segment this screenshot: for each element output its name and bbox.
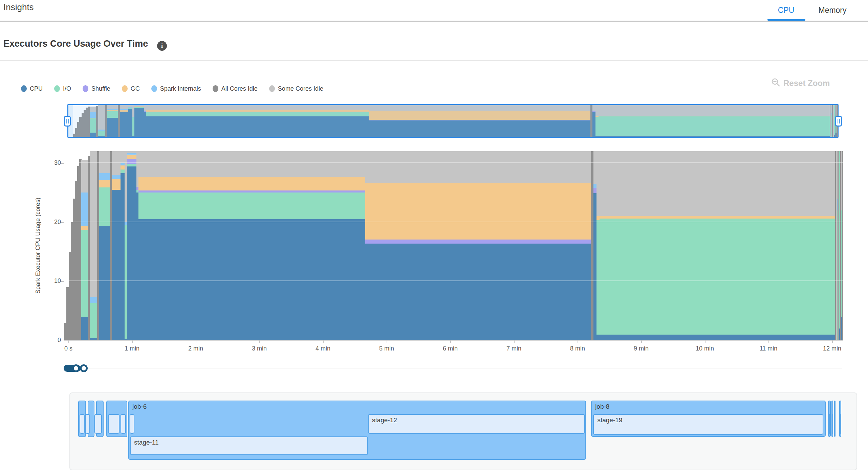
gridline-20 [64,222,843,222]
legend-label: I/O [63,85,71,92]
x-tick-mark [68,340,69,343]
brush-handle-left[interactable] [64,116,71,127]
y-tick-mark [61,222,64,223]
legend-item-internals[interactable]: Spark Internals [151,85,201,92]
chart-segment [127,151,137,340]
x-tick-label: 2 min [188,345,203,352]
legend-item-gc[interactable]: GC [122,85,140,92]
gridline-10 [64,280,843,281]
gantt-stage-bar[interactable] [108,414,120,434]
info-icon[interactable]: i [157,41,167,51]
page-title: Insights [3,2,34,13]
y-axis-title: Spark Executor CPU Usage (cores) [32,151,44,340]
legend-item-cpu[interactable]: CPU [21,85,43,92]
gantt-stage-bar[interactable] [829,414,830,434]
cpu-usage-area-chart[interactable] [64,151,843,340]
legend-item-idle_all[interactable]: All Cores Idle [213,85,258,92]
x-tick-mark [387,340,387,343]
gc-legend-dot-icon [122,85,128,92]
x-tick-mark [514,340,515,343]
x-tick-mark [196,340,196,343]
tab-memory[interactable]: Memory [812,3,853,18]
gantt-stage-bar-stage-11[interactable]: stage-11 [130,436,368,455]
active-tab-underline [767,19,805,21]
legend-item-shuffle[interactable]: Shuffle [83,85,110,92]
gantt-stage-bar[interactable] [85,414,90,434]
gantt-stage-bar[interactable] [130,414,134,434]
x-tick-label: 1 min [125,345,139,352]
legend-label: All Cores Idle [221,85,258,92]
y-tick-mark [61,281,64,282]
zoom-out-icon [771,78,780,88]
x-tick-label: 4 min [316,345,330,352]
x-tick-mark [578,340,578,343]
job-stage-timeline: job-6job-8stage-11stage-12stage-19 [69,392,857,470]
y-tick-label: 10 [43,277,61,285]
bar-label: stage-19 [594,415,823,424]
section-divider [0,60,868,61]
legend-label: CPU [30,85,43,92]
x-tick-mark [259,340,260,343]
range-slider-handle-right[interactable] [80,364,88,372]
minimap-selection-tint [68,105,838,137]
y-tick-mark [61,340,64,340]
x-tick-label: 8 min [570,345,585,352]
gantt-stage-bar[interactable] [832,414,833,434]
legend-item-idle_some[interactable]: Some Cores Idle [269,85,323,92]
y-tick-label: 20 [43,219,61,226]
x-tick-mark [641,340,642,343]
reset-zoom-label: Reset Zoom [783,78,830,88]
gantt-job-bar[interactable] [834,401,836,437]
bar-label: job-6 [129,401,585,410]
bar-label: job-8 [592,401,825,410]
io-legend-dot-icon [54,85,60,92]
legend-label: GC [131,85,140,92]
chart-segment [90,151,97,340]
gantt-stage-bar[interactable] [94,414,102,434]
x-tick-label: 5 min [379,345,394,352]
chart-segment [138,151,366,340]
gantt-stage-bar-stage-12[interactable]: stage-12 [368,414,585,434]
x-tick-label: 11 min [760,345,778,352]
chart-segment [99,151,110,340]
x-tick-label: 12 min [823,345,841,352]
x-axis-labels: 0 s1 min2 min3 min4 min5 min6 min7 min8 … [64,340,846,356]
gantt-stage-bar[interactable] [80,414,85,434]
legend-item-io[interactable]: I/O [54,85,71,92]
chart-segment [112,151,121,340]
shuffle-legend-dot-icon [83,85,88,92]
gantt-stage-bar[interactable] [121,414,126,434]
bar-label: stage-11 [131,437,367,446]
x-tick-mark [768,340,769,343]
x-tick-mark [132,340,133,343]
gantt-stage-bar[interactable] [840,414,841,434]
chart-segment [600,151,835,340]
gridline-30 [64,162,843,163]
brush-handle-right[interactable] [835,116,842,127]
y-axis-labels: 0102030 [43,151,61,340]
range-slider-handle-left[interactable] [72,364,80,372]
legend-label: Some Cores Idle [278,85,323,92]
chart-minimap-brush[interactable] [67,104,839,138]
section-title: Executors Core Usage Over Time [3,39,148,49]
x-tick-label: 0 s [64,345,72,352]
x-tick-mark [323,340,324,343]
gantt-stage-bar-stage-19[interactable]: stage-19 [593,414,823,435]
y-tick-label: 30 [43,159,61,166]
x-tick-label: 9 min [634,345,649,352]
cpu-legend-dot-icon [21,85,27,92]
header-divider [0,21,868,22]
legend-label: Shuffle [91,85,110,92]
insights-page: Insights CPU Memory Executors Core Usage… [0,0,868,475]
y-tick-mark [61,163,64,164]
tab-cpu[interactable]: CPU [768,3,804,18]
chart-segment [842,151,843,340]
reset-zoom-button[interactable]: Reset Zoom [771,78,830,88]
range-slider-track[interactable] [88,368,842,368]
x-tick-label: 7 min [506,345,521,352]
x-tick-label: 3 min [252,345,267,352]
y-axis-ticks [61,151,64,340]
chart-segment [81,151,88,340]
x-tick-mark [450,340,451,343]
y-tick-label: 0 [43,337,61,344]
